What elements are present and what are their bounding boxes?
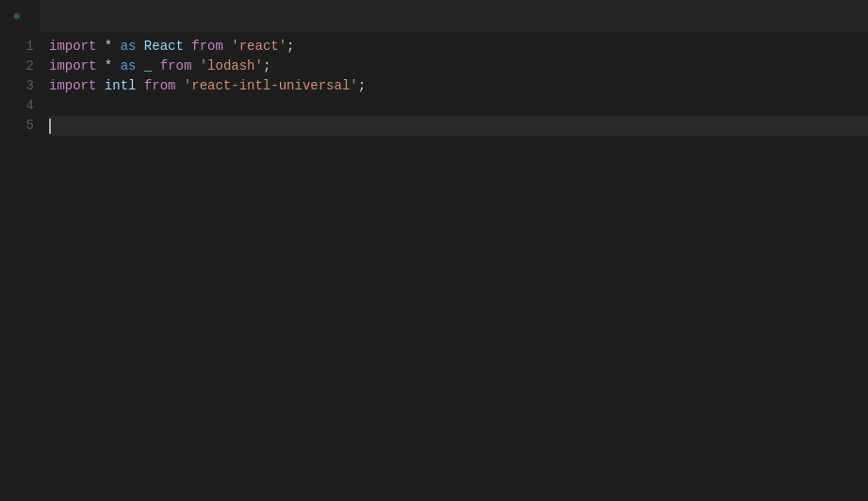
- code-line[interactable]: [49, 116, 868, 136]
- token-from-kw: from: [160, 57, 192, 76]
- token-punct: ;: [287, 37, 294, 57]
- code-lines[interactable]: import * as React from 'react';import * …: [45, 37, 868, 501]
- token-punct: [152, 57, 159, 76]
- token-from-kw: from: [191, 37, 223, 57]
- token-ident: React: [144, 37, 184, 57]
- token-kw-blue: as: [121, 57, 137, 76]
- code-line[interactable]: import * as React from 'react';: [49, 37, 868, 57]
- text-cursor: [49, 119, 51, 134]
- token-ident: _: [144, 57, 152, 76]
- line-number: 1: [0, 37, 34, 57]
- token-punct: ;: [358, 76, 366, 96]
- token-punct: [191, 57, 199, 76]
- token-str: 'react-intl-universal': [184, 76, 358, 96]
- line-number: 4: [0, 96, 34, 116]
- token-punct: [136, 76, 143, 96]
- token-op: *: [105, 37, 112, 57]
- line-number: 3: [0, 76, 34, 96]
- token-punct: [96, 37, 104, 57]
- token-punct: [136, 57, 143, 76]
- token-punct: [96, 57, 104, 76]
- token-kw: import: [49, 37, 96, 57]
- token-kw: import: [49, 76, 96, 96]
- token-punct: [184, 37, 191, 57]
- token-op: *: [105, 57, 112, 76]
- token-punct: [223, 37, 231, 57]
- token-str: 'lodash': [200, 57, 263, 76]
- token-punct: [175, 76, 183, 96]
- token-ident: intl: [105, 76, 137, 96]
- code-container[interactable]: 12345 import * as React from 'react';imp…: [0, 33, 868, 501]
- line-numbers: 12345: [0, 37, 45, 501]
- tsx-icon: ⚛: [13, 8, 21, 24]
- token-punct: [112, 37, 120, 57]
- token-punct: [112, 57, 120, 76]
- line-number: 2: [0, 57, 34, 76]
- token-kw: import: [49, 57, 96, 76]
- code-line[interactable]: import * as _ from 'lodash';: [49, 57, 868, 76]
- token-kw-blue: as: [121, 37, 137, 57]
- token-punct: ;: [263, 57, 270, 76]
- active-tab[interactable]: ⚛: [0, 0, 41, 33]
- token-punct: [96, 76, 104, 96]
- editor-area: 12345 import * as React from 'react';imp…: [0, 33, 868, 501]
- token-from-kw: from: [144, 76, 176, 96]
- token-str: 'react': [231, 37, 287, 57]
- token-punct: [136, 37, 143, 57]
- line-number: 5: [0, 116, 34, 136]
- code-line[interactable]: [49, 96, 868, 116]
- tab-bar: ⚛: [0, 0, 868, 33]
- code-line[interactable]: import intl from 'react-intl-universal';: [49, 76, 868, 96]
